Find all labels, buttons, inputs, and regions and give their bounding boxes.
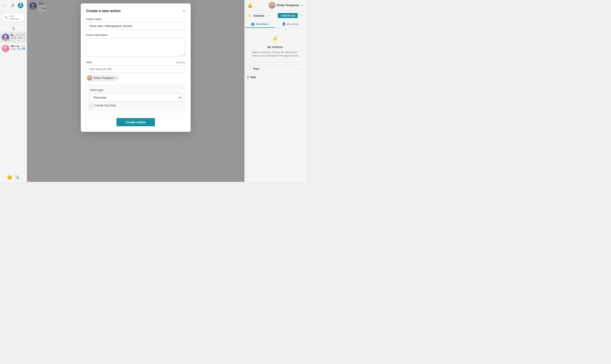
hamburger-button[interactable]: ☰ <box>10 3 15 8</box>
all-actions-label: All actions <box>256 23 269 26</box>
include-due-date-group: Include Due Date <box>90 104 182 107</box>
right-panel-header: 🔔 Emily Thompson ▼ <box>245 0 306 11</box>
chat-area: John Tha... ❯ Create a new action × Acti… <box>27 0 244 182</box>
emoji-icon[interactable]: 🙂 <box>7 175 12 180</box>
who-group: Who Optional Emily <box>86 61 185 81</box>
channel-avatar-wrap <box>2 34 9 41</box>
files-section-row[interactable]: 📄 Files ⌄ <box>245 65 306 73</box>
actions-title: Actions <box>253 14 264 17</box>
no-actions-area: ⚡ No Actions Add an action by clicking t… <box>245 28 306 65</box>
actions-title-area: ⚡ Actions <box>247 13 264 18</box>
channel-info: FB + Insta Marketing -... Fri Emily Thom… <box>11 45 25 50</box>
logo-area <box>17 2 24 9</box>
wiki-chevron-icon: ⌄ <box>300 76 303 79</box>
unread-badge <box>23 48 25 49</box>
sort-icon[interactable]: ☰ <box>12 26 15 31</box>
action-type-label: Action type <box>90 89 182 92</box>
remove-user-button[interactable]: × <box>115 77 117 80</box>
user-avatar-image <box>269 2 275 9</box>
files-chevron-icon: ⌄ <box>300 67 303 70</box>
wiki-section-row[interactable]: ℹ Wiki ⌄ <box>245 73 306 82</box>
all-actions-icon: 👥 <box>251 22 255 26</box>
actions-tabs: 👥 All actions 👤 My actions <box>245 20 306 28</box>
selected-user-name: Emily Thompson <box>94 77 114 80</box>
app-layout: ← ☰ 🔍 Filter channels ☰ <box>0 0 306 182</box>
channel-preview: Emily Thompson has updated re... <box>11 48 25 50</box>
filter-channels-search[interactable]: 🔍 Filter channels <box>2 13 25 22</box>
files-icon: 📄 <box>247 67 251 71</box>
modal-divider <box>81 114 191 114</box>
actions-header: ⚡ Actions + Add Action ⌃ <box>245 11 306 20</box>
channel-name: MV Project - John <box>11 34 16 36</box>
notification-icon[interactable]: 🔔 <box>247 3 252 8</box>
channel-name-row: FB + Insta Marketing -... Fri <box>11 45 25 48</box>
action-name-group: Action name <box>86 18 185 30</box>
wiki-section-label: ℹ Wiki <box>247 76 256 79</box>
action-type-select[interactable]: Reminder Task Note <box>90 93 182 102</box>
channel-info: MV Project - John 10:39 AM Emily: You're… <box>11 34 25 39</box>
channel-avatar <box>2 45 9 52</box>
svg-point-16 <box>271 3 273 5</box>
online-indicator <box>7 39 9 41</box>
my-actions-label: My actions <box>287 23 299 26</box>
svg-point-13 <box>89 77 91 78</box>
back-button[interactable]: ← <box>2 2 8 9</box>
avatar-image <box>2 45 9 52</box>
action-name-label: Action name <box>86 18 185 21</box>
action-description-label: Action description <box>86 33 185 37</box>
sidebar-header: ← ☰ <box>0 0 27 11</box>
include-due-date-checkbox[interactable] <box>90 104 93 107</box>
action-type-section: Action type Reminder Task Note Include D… <box>86 85 185 111</box>
sidebar-divider <box>0 25 27 25</box>
create-action-button[interactable]: Create action <box>117 118 155 126</box>
channel-time: Fri <box>23 45 25 47</box>
who-optional-text: Optional <box>176 61 185 64</box>
actions-section: ⚡ Actions + Add Action ⌃ 👥 All actions 👤… <box>245 11 306 65</box>
svg-point-9 <box>3 49 8 52</box>
svg-point-8 <box>4 46 7 49</box>
my-actions-tab[interactable]: 👤 My actions <box>275 20 306 28</box>
wiki-icon: ℹ <box>247 76 248 79</box>
sidebar-bottom: 🙂 📎 <box>0 173 27 182</box>
files-section-label: 📄 Files <box>247 67 259 71</box>
my-actions-icon: 👤 <box>282 22 286 26</box>
modal-close-button[interactable]: × <box>183 9 185 13</box>
modal-title: Create a new action <box>86 9 121 13</box>
svg-point-1 <box>20 3 22 5</box>
no-actions-lightning-icon: ⚡ <box>271 35 279 42</box>
channel-item[interactable]: FB + Insta Marketing -... Fri Emily Thom… <box>0 43 27 54</box>
user-name: Emily Thompson <box>277 4 299 7</box>
svg-point-17 <box>270 6 274 9</box>
all-actions-tab[interactable]: 👥 All actions <box>245 20 275 28</box>
action-description-input[interactable] <box>86 38 185 56</box>
channel-name: FB + Insta Marketing -... <box>11 45 23 48</box>
who-label-row: Who Optional <box>86 61 185 64</box>
no-actions-description: Add an action by clicking the 'Add Actio… <box>249 51 301 58</box>
attachment-icon[interactable]: 📎 <box>15 175 20 180</box>
include-due-date-label[interactable]: Include Due Date <box>95 104 116 107</box>
files-label: Files <box>253 67 259 70</box>
selected-user-tag: Emily Thompson × <box>86 75 119 81</box>
search-icon: 🔍 <box>4 16 8 19</box>
add-action-button[interactable]: + Add Action <box>278 13 298 18</box>
channel-item[interactable]: MV Project - John 10:39 AM Emily: You're… <box>0 32 27 43</box>
collapse-actions-button[interactable]: ⌃ <box>299 13 303 18</box>
no-actions-title: No Actions <box>267 45 283 49</box>
action-name-input[interactable] <box>86 22 185 30</box>
modal-header: Create a new action × <box>86 9 185 13</box>
sidebar: ← ☰ 🔍 Filter channels ☰ <box>0 0 27 182</box>
channel-time: 10:39 AM <box>16 34 25 36</box>
modal-footer: Create action <box>86 118 185 126</box>
actions-lightning-icon: ⚡ <box>247 13 252 18</box>
user-tag-online-dot <box>91 79 92 80</box>
channel-name-row: MV Project - John 10:39 AM <box>11 34 25 36</box>
svg-point-7 <box>3 38 8 41</box>
channel-list: MV Project - John 10:39 AM Emily: You're… <box>0 32 27 173</box>
who-input[interactable] <box>86 65 185 73</box>
svg-point-6 <box>4 35 7 38</box>
user-chip[interactable]: Emily Thompson ▼ <box>269 2 303 9</box>
wiki-label: Wiki <box>250 76 256 79</box>
selected-users-list: Emily Thompson × <box>86 75 185 81</box>
search-placeholder-text: Filter channels <box>9 15 22 20</box>
action-description-group: Action description <box>86 33 185 57</box>
